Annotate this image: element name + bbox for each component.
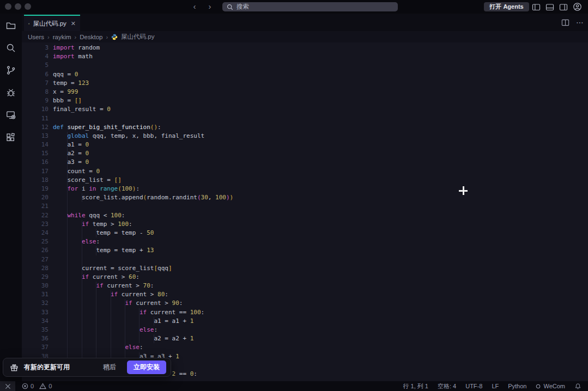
install-now-button[interactable]: 立即安装 xyxy=(127,361,166,374)
later-button[interactable]: 稍后 xyxy=(103,363,116,372)
line-number: 24 xyxy=(22,229,49,237)
tab-title: 屎山代码.py xyxy=(33,20,66,28)
line-number: 37 xyxy=(22,343,49,352)
line-number: 21 xyxy=(22,202,49,211)
line-number: 23 xyxy=(22,220,49,229)
line-number: 6 xyxy=(22,70,49,79)
code-line: 3import random xyxy=(22,44,588,52)
line-number: 26 xyxy=(22,246,49,255)
code-line: 11 xyxy=(22,114,588,123)
code-line: 22 while qqq < 100: xyxy=(22,211,588,220)
breadcrumb-item[interactable]: Desktop xyxy=(80,34,102,40)
more-actions-icon[interactable]: ⋯ xyxy=(576,18,584,27)
code-line: 17 count = 0 xyxy=(22,167,588,176)
toggle-right-panel-icon[interactable] xyxy=(559,3,568,11)
python-file-icon xyxy=(111,34,118,40)
status-bar: 0 0 行 1, 列 1 空格: 4 UTF-8 LF Python WeCom xyxy=(0,381,588,391)
line-number: 30 xyxy=(22,282,49,290)
line-number: 9 xyxy=(22,96,49,105)
language-mode[interactable]: Python xyxy=(508,383,526,389)
extensions-icon[interactable] xyxy=(5,132,16,143)
indentation-setting[interactable]: 空格: 4 xyxy=(438,382,456,390)
search-placeholder: 搜索 xyxy=(237,3,249,11)
line-number: 35 xyxy=(22,326,49,334)
code-area: 3import random4import math56qqq = 07temp… xyxy=(22,44,588,378)
code-line: 27 xyxy=(22,255,588,264)
wecom-icon xyxy=(536,384,541,389)
window-controls[interactable] xyxy=(5,3,31,10)
notifications-bell-icon[interactable] xyxy=(574,383,581,390)
maximize-window-button[interactable] xyxy=(25,3,31,10)
navigate-forward-button[interactable]: › xyxy=(205,0,215,14)
search-sidebar-icon[interactable] xyxy=(5,42,16,53)
open-agents-button[interactable]: 打开 Agents xyxy=(484,2,529,11)
tab-close-icon[interactable]: ✕ xyxy=(71,20,76,27)
line-number: 29 xyxy=(22,273,49,282)
tab-shishan-daima-py[interactable]: 屎山代码.py ✕ xyxy=(24,15,80,31)
line-number: 13 xyxy=(22,132,49,140)
remote-explorer-icon[interactable] xyxy=(5,109,16,120)
gift-icon xyxy=(10,363,19,372)
source-control-icon[interactable] xyxy=(5,65,16,76)
code-line: 9bbb = [] xyxy=(22,96,588,105)
breadcrumb: Users › raykim › Desktop › 屎山代码.py xyxy=(22,31,588,42)
toast-message: 有新的更新可用 xyxy=(24,363,98,372)
line-number: 4 xyxy=(22,52,49,61)
errors-count: 0 xyxy=(31,383,34,389)
line-number: 12 xyxy=(22,123,49,132)
toggle-left-panel-icon[interactable] xyxy=(532,3,541,11)
code-line: 5 xyxy=(22,61,588,70)
wecom-status[interactable]: WeCom xyxy=(536,383,565,389)
run-and-debug-icon[interactable] xyxy=(5,87,16,98)
code-line: 7temp = 123 xyxy=(22,79,588,88)
line-number: 7 xyxy=(22,79,49,88)
close-window-button[interactable] xyxy=(5,3,11,10)
code-line: 6qqq = 0 xyxy=(22,70,588,79)
breadcrumb-item[interactable]: raykim xyxy=(53,34,71,40)
line-number: 32 xyxy=(22,299,49,308)
code-editor[interactable]: 3import random4import math56qqq = 07temp… xyxy=(22,42,588,381)
mouse-cursor-crosshair xyxy=(459,186,468,195)
code-line: 10final_result = 0 xyxy=(22,105,588,114)
line-number: 34 xyxy=(22,317,49,326)
editor-tab-bar: 屎山代码.py ✕ ⋯ xyxy=(22,14,588,31)
python-file-icon xyxy=(28,20,29,27)
code-line: 35 else: xyxy=(22,326,588,334)
chevron-right-icon: › xyxy=(47,34,50,40)
code-line: 8x = 999 xyxy=(22,88,588,96)
code-line: 21 xyxy=(22,202,588,211)
code-line: 30 if current > 70: xyxy=(22,282,588,290)
code-line: 26 temp = temp + 13 xyxy=(22,246,588,255)
code-line: 12def super_big_shit_function(): xyxy=(22,123,588,132)
line-number: 36 xyxy=(22,334,49,343)
code-line: 29 if current > 60: xyxy=(22,273,588,282)
navigate-back-button[interactable]: ‹ xyxy=(190,0,199,14)
toggle-bottom-panel-icon[interactable] xyxy=(545,3,554,11)
code-line: 24 temp = temp - 50 xyxy=(22,229,588,237)
encoding[interactable]: UTF-8 xyxy=(465,383,482,389)
breadcrumb-item-file[interactable]: 屎山代码.py xyxy=(121,33,154,41)
split-editor-icon[interactable] xyxy=(561,19,569,27)
eol-sequence[interactable]: LF xyxy=(492,383,499,389)
line-number: 18 xyxy=(22,176,49,185)
remote-indicator-icon xyxy=(5,383,11,389)
code-line: 18 score_list = [] xyxy=(22,176,588,185)
chevron-right-icon: › xyxy=(75,34,77,40)
code-line: 19 for i in range(100): xyxy=(22,185,588,193)
global-search-input[interactable]: 搜索 xyxy=(222,2,398,11)
line-number: 15 xyxy=(22,149,49,158)
line-number: 3 xyxy=(22,44,49,52)
cursor-position[interactable]: 行 1, 列 1 xyxy=(403,382,428,390)
remote-indicator[interactable] xyxy=(0,381,15,391)
code-line: 15 a2 = 0 xyxy=(22,149,588,158)
account-icon[interactable] xyxy=(573,2,582,11)
code-line: 32 if current > 90: xyxy=(22,299,588,308)
explorer-icon[interactable] xyxy=(5,20,16,31)
line-number: 27 xyxy=(22,255,49,264)
errors-icon xyxy=(22,383,28,389)
line-number: 31 xyxy=(22,290,49,299)
problems-indicator[interactable]: 0 0 xyxy=(22,383,52,389)
breadcrumb-item[interactable]: Users xyxy=(28,34,44,40)
line-number: 14 xyxy=(22,140,49,149)
minimize-window-button[interactable] xyxy=(15,3,21,10)
